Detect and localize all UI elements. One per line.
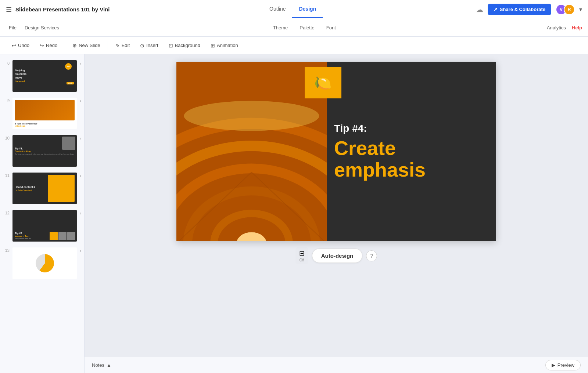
- thumb-11-line1: Good content ≠: [16, 185, 46, 189]
- tip-number-label: Tip #4:: [334, 122, 485, 135]
- redo-label: Redo: [46, 43, 57, 48]
- thumb-12-images: [50, 232, 75, 240]
- top-nav-bar: ☰ Slidebean Presentations 101 by Vini Ou…: [0, 0, 588, 19]
- help-link[interactable]: Help: [572, 25, 582, 30]
- svg-point-9: [184, 101, 319, 131]
- top-nav-right: ☁ ↗ Share & Collaborate V R ▾: [476, 4, 582, 15]
- notes-toggle[interactable]: Notes ▲: [92, 362, 111, 368]
- slide-thumbnail-12[interactable]: Tip #2: Images > Text Visibly anyone rea…: [12, 209, 78, 242]
- canvas-area: 🍋 Tip #4: Create emphasis ⊟ Off Auto-des…: [85, 54, 588, 373]
- list-item[interactable]: 9 5 Tips to elevate your slide design ›: [0, 95, 84, 132]
- badge-30k: 30K: [65, 63, 72, 70]
- notes-bar: Notes ▲ ▶ Preview: [85, 357, 588, 373]
- thumb-10-line2: Content is king: [15, 150, 75, 152]
- slide-thumbnail-10[interactable]: Tip #1: Content is king The design can o…: [12, 134, 78, 167]
- share-icon: ↗: [494, 7, 498, 12]
- thumb-9-image: [15, 100, 75, 120]
- redo-button[interactable]: ↪ Redo: [35, 40, 62, 51]
- badge-250m: $250M: [67, 82, 74, 84]
- slide-chevron-13[interactable]: ›: [80, 247, 81, 253]
- new-slide-icon: ⊕: [72, 43, 77, 48]
- list-item[interactable]: 13 ›: [0, 245, 84, 282]
- redo-icon: ↪: [40, 43, 44, 48]
- toolbar-divider-1: [65, 41, 65, 50]
- top-nav-left: ☰ Slidebean Presentations 101 by Vini: [6, 6, 110, 14]
- toggle-off-label: Off: [300, 258, 304, 262]
- background-button[interactable]: ⊡ Background: [164, 40, 205, 51]
- animation-icon: ⊞: [211, 43, 215, 48]
- toolbar: ↩ Undo ↪ Redo ⊕ New Slide ✎ Edit ⊙ Inser…: [0, 37, 588, 54]
- new-slide-button[interactable]: ⊕ New Slide: [68, 40, 105, 51]
- insert-icon: ⊙: [140, 43, 144, 48]
- thumb-12-sq1: [50, 232, 58, 240]
- slide-chevron-11[interactable]: ›: [80, 172, 81, 178]
- account-chevron-button[interactable]: ▾: [579, 6, 582, 13]
- auto-design-bar: ⊟ Off Auto-design ?: [295, 247, 377, 264]
- second-nav-center: Theme Palette Font: [267, 21, 342, 35]
- slide-left-image: [176, 62, 327, 241]
- file-menu[interactable]: File: [6, 23, 19, 32]
- yellow-square-decoration: 🍋: [305, 67, 341, 98]
- second-nav-bar: File Design Services Theme Palette Font …: [0, 19, 588, 37]
- preview-play-icon: ▶: [552, 362, 555, 368]
- list-item[interactable]: 11 Good content ≠ a lot of content ›: [0, 170, 84, 207]
- slide-number: 10: [3, 134, 10, 140]
- palette-tab[interactable]: Palette: [294, 21, 320, 35]
- slide-right-content: 🍋 Tip #4: Create emphasis: [327, 62, 496, 241]
- undo-button[interactable]: ↩ Undo: [7, 40, 34, 51]
- slide-chevron-12[interactable]: ›: [80, 209, 81, 216]
- undo-label: Undo: [18, 43, 29, 48]
- list-item[interactable]: 10 Tip #1: Content is king The design ca…: [0, 132, 84, 170]
- help-question-icon: ?: [370, 253, 373, 259]
- animation-button[interactable]: ⊞ Animation: [206, 40, 243, 51]
- slide-number: 9: [3, 97, 10, 103]
- slide-number: 8: [3, 59, 10, 65]
- slide-canvas[interactable]: 🍋 Tip #4: Create emphasis: [176, 62, 496, 241]
- font-tab[interactable]: Font: [320, 21, 342, 35]
- slide-chevron-9[interactable]: ›: [80, 97, 81, 104]
- auto-design-button[interactable]: Auto-design: [312, 249, 363, 263]
- lemon-icon: 🍋: [314, 75, 331, 91]
- list-item[interactable]: 8 Helpingfoundersmoveforward 30K $250M ›: [0, 57, 84, 95]
- edit-icon: ✎: [115, 43, 120, 48]
- emphasis-line1: Create: [334, 137, 485, 159]
- auto-design-help-button[interactable]: ?: [366, 250, 377, 261]
- undo-icon: ↩: [12, 43, 16, 48]
- slide-panel: 8 Helpingfoundersmoveforward 30K $250M ›…: [0, 54, 85, 373]
- new-slide-label: New Slide: [79, 43, 100, 48]
- slide-thumbnail-8[interactable]: Helpingfoundersmoveforward 30K $250M: [12, 59, 78, 93]
- main-layout: 8 Helpingfoundersmoveforward 30K $250M ›…: [0, 54, 588, 373]
- share-label: Share & Collaborate: [500, 7, 545, 12]
- background-label: Background: [175, 43, 200, 48]
- list-item[interactable]: 12 Tip #2: Images > Text Visibly anyone …: [0, 207, 84, 245]
- analytics-link[interactable]: Analytics: [547, 25, 566, 30]
- insert-button[interactable]: ⊙ Insert: [136, 40, 163, 51]
- slide-chevron-10[interactable]: ›: [80, 134, 81, 141]
- edit-button[interactable]: ✎ Edit: [111, 40, 134, 51]
- slide-chevron-8[interactable]: ›: [80, 59, 81, 66]
- thumb-10-body: The design can only speak in the same wa…: [15, 153, 75, 155]
- app-title: Slidebean Presentations 101 by Vini: [15, 6, 110, 12]
- theme-tab[interactable]: Theme: [267, 21, 294, 35]
- insert-label: Insert: [146, 43, 158, 48]
- slide-thumbnail-11[interactable]: Good content ≠ a lot of content: [12, 172, 78, 205]
- tab-design[interactable]: Design: [292, 1, 323, 18]
- slide-thumbnail-9[interactable]: 5 Tips to elevate your slide design: [12, 97, 78, 130]
- cloud-icon[interactable]: ☁: [476, 5, 483, 14]
- auto-design-toggle[interactable]: ⊟ Off: [295, 247, 308, 264]
- hamburger-icon[interactable]: ☰: [6, 6, 12, 14]
- thumb-10-image: [62, 137, 75, 150]
- avatar-user-b: R: [564, 4, 575, 15]
- notes-label: Notes: [92, 362, 104, 368]
- edit-label: Edit: [122, 43, 130, 48]
- thumb-13-chart: [36, 254, 54, 272]
- toolbar-divider-2: [108, 41, 108, 50]
- thumb-11-yellow-block: [48, 175, 75, 202]
- preview-button[interactable]: ▶ Preview: [545, 360, 581, 370]
- share-collaborate-button[interactable]: ↗ Share & Collaborate: [488, 4, 551, 15]
- design-services-menu[interactable]: Design Services: [22, 23, 62, 32]
- emphasis-line2: emphasis: [334, 159, 485, 181]
- slide-thumbnail-13[interactable]: [12, 247, 78, 280]
- slide-number: 11: [3, 172, 10, 178]
- tab-outline[interactable]: Outline: [263, 1, 292, 18]
